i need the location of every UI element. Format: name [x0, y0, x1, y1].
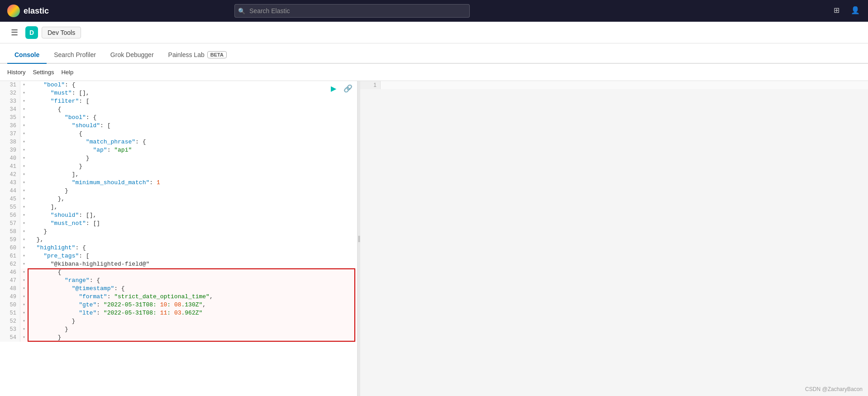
fold-arrow[interactable]: ▾ [20, 179, 28, 187]
line-number: 57 [0, 219, 20, 228]
line-number: 59 [0, 236, 20, 244]
code-line: 47▾ "range": { [0, 277, 357, 285]
right-line-num-1: 1 [360, 81, 381, 89]
line-number: 38 [0, 138, 20, 146]
fold-arrow[interactable]: ▾ [20, 114, 28, 122]
fold-arrow[interactable]: ▾ [20, 122, 28, 130]
fold-arrow[interactable]: ▾ [20, 171, 28, 179]
right-pane: 1 [360, 81, 868, 396]
code-content: { [28, 268, 61, 277]
code-content: "match_phrase": { [28, 138, 146, 146]
code-content: }, [28, 195, 65, 203]
line-number: 44 [0, 187, 20, 195]
fold-arrow[interactable]: ▾ [20, 325, 28, 334]
run-button[interactable]: ▶ [328, 83, 339, 94]
tab-console-label: Console [14, 51, 39, 58]
fold-arrow[interactable]: ▾ [20, 187, 28, 195]
code-content: "should": [], [28, 211, 96, 219]
fold-arrow[interactable]: ▾ [20, 301, 28, 309]
code-line: 61▾ "pre_tags": [ [0, 252, 357, 260]
tab-search-profiler[interactable]: Search Profiler [47, 47, 103, 64]
history-button[interactable]: History [7, 67, 25, 77]
tab-grok-debugger[interactable]: Grok Debugger [103, 47, 161, 64]
search-input[interactable] [234, 4, 470, 18]
fold-arrow[interactable]: ▾ [20, 97, 28, 105]
code-content: "gte": "2022-05-31T08: 10: 08.130Z", [28, 301, 206, 309]
line-number: 35 [0, 114, 20, 122]
line-number: 40 [0, 154, 20, 162]
code-content: "minimum_should_match": 1 [28, 179, 160, 187]
code-line: 48▾ "@timestamp": { [0, 285, 357, 293]
code-line: 59▾ }, [0, 236, 357, 244]
help-button[interactable]: Help [61, 67, 73, 77]
dev-tools-button[interactable]: Dev Tools [42, 27, 81, 38]
fold-arrow[interactable]: ▾ [20, 260, 28, 268]
code-content: "bool": { [28, 81, 75, 89]
fold-arrow[interactable]: ▾ [20, 203, 28, 211]
code-line: 35▾ "bool": { [0, 114, 357, 122]
fold-arrow[interactable]: ▾ [20, 130, 28, 138]
code-line: 44▾ } [0, 187, 357, 195]
line-number: 52 [0, 317, 20, 325]
elastic-logo-text: elastic [24, 6, 49, 16]
line-number: 39 [0, 146, 20, 154]
line-number: 51 [0, 309, 20, 317]
fold-arrow[interactable]: ▾ [20, 252, 28, 260]
copy-as-curl-button[interactable]: 🔗 [343, 83, 353, 94]
fold-arrow[interactable]: ▾ [20, 154, 28, 162]
code-line: 51▾ "lte": "2022-05-31T08: 11: 03.962Z" [0, 309, 357, 317]
fold-arrow[interactable]: ▾ [20, 309, 28, 317]
fold-arrow[interactable]: ▾ [20, 211, 28, 219]
code-line: 52▾ } [0, 317, 357, 325]
top-nav: elastic 🔍 ⊞ 👤 [0, 0, 868, 22]
code-editor[interactable]: 31▾ "bool": {32▾ "must": [],33▾ "filter"… [0, 81, 357, 396]
fold-arrow[interactable]: ▾ [20, 89, 28, 97]
fold-arrow[interactable]: ▾ [20, 138, 28, 146]
fold-arrow[interactable]: ▾ [20, 244, 28, 252]
fold-arrow[interactable]: ▾ [20, 81, 28, 89]
screen-icon[interactable]: ⊞ [834, 6, 844, 16]
code-line: 43▾ "minimum_should_match": 1 [0, 179, 357, 187]
right-content-1 [381, 81, 868, 89]
code-content: "@timestamp": { [28, 285, 125, 293]
fold-arrow[interactable]: ▾ [20, 334, 28, 342]
tab-console[interactable]: Console [7, 47, 47, 64]
code-line: 62▾ "@kibana-highlighted-field@" [0, 260, 357, 268]
code-line: 60▾ "highlight": { [0, 244, 357, 252]
code-line: 38▾ "match_phrase": { [0, 138, 357, 146]
fold-arrow[interactable]: ▾ [20, 285, 28, 293]
fold-arrow[interactable]: ▾ [20, 236, 28, 244]
code-line: 45▾ }, [0, 195, 357, 203]
settings-button[interactable]: Settings [33, 67, 54, 77]
fold-arrow[interactable]: ▾ [20, 105, 28, 114]
fold-arrow[interactable]: ▾ [20, 195, 28, 203]
fold-arrow[interactable]: ▾ [20, 268, 28, 277]
code-content: } [28, 162, 82, 171]
highlight-region: 46▾ {47▾ "range": {48▾ "@timestamp": {49… [0, 268, 357, 342]
line-number: 37 [0, 130, 20, 138]
fold-arrow[interactable]: ▾ [20, 162, 28, 171]
code-content: } [28, 228, 47, 236]
fold-arrow[interactable]: ▾ [20, 317, 28, 325]
tabs-bar: Console Search Profiler Grok Debugger Pa… [0, 43, 868, 64]
fold-arrow[interactable]: ▾ [20, 293, 28, 301]
d-badge: D [25, 26, 38, 39]
hamburger-button[interactable]: ☰ [7, 25, 22, 40]
code-line: 54▾ } [0, 334, 357, 342]
user-icon[interactable]: 👤 [851, 6, 861, 16]
code-line: 37▾ { [0, 130, 357, 138]
tab-painless-lab[interactable]: Painless Lab BETA [161, 47, 234, 64]
fold-arrow[interactable]: ▾ [20, 146, 28, 154]
code-content: "@kibana-highlighted-field@" [28, 260, 149, 268]
line-number: 43 [0, 179, 20, 187]
fold-arrow[interactable]: ▾ [20, 219, 28, 228]
code-line: 34▾ { [0, 105, 357, 114]
line-number: 36 [0, 122, 20, 130]
fold-arrow[interactable]: ▾ [20, 277, 28, 285]
fold-arrow[interactable]: ▾ [20, 228, 28, 236]
code-line: 53▾ } [0, 325, 357, 334]
code-line: 32▾ "must": [], [0, 89, 357, 97]
line-number: 34 [0, 105, 20, 114]
line-number: 42 [0, 171, 20, 179]
code-content: "ap": "api" [28, 146, 132, 154]
